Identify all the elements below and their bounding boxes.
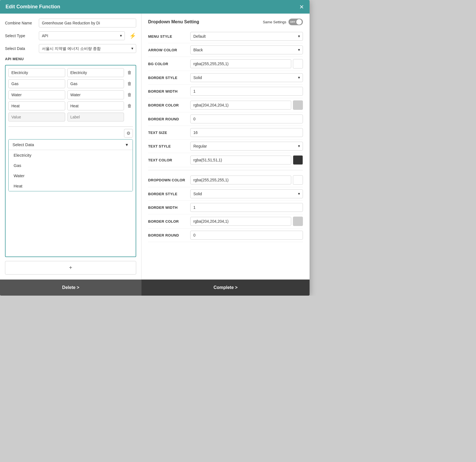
- settings-select-wrapper-border-style-2: Solid ▼: [190, 189, 303, 198]
- settings-control-border-width: [190, 87, 303, 96]
- select-type-row: Select Type API ▼ ⚡: [5, 31, 136, 40]
- api-row-1-col2[interactable]: [67, 68, 124, 77]
- api-row-placeholder-col2[interactable]: [67, 113, 124, 121]
- select-data-wrapper: 서울시 지역별 에너지 소비량 종합 ▼: [39, 44, 136, 53]
- settings-label-border-round: BORDER ROUND: [148, 117, 187, 121]
- delete-button[interactable]: Delete >: [0, 280, 141, 296]
- settings-label-dropdown-color: DROPDOWN COLOR: [148, 178, 187, 182]
- api-row-placeholder-col1[interactable]: [8, 113, 65, 121]
- dropdown-item-water[interactable]: Water: [9, 171, 133, 181]
- settings-input-text-size[interactable]: [190, 128, 303, 137]
- modal-title: Edit Combine Function: [6, 4, 60, 10]
- settings-label-menu-style: MENU STYLE: [148, 34, 187, 39]
- color-swatch-border-color-2[interactable]: [293, 217, 303, 226]
- color-swatch-border-color[interactable]: [293, 100, 303, 110]
- api-row-placeholder: 🗑: [8, 113, 133, 121]
- settings-control-border-style: Solid ▼: [190, 73, 303, 82]
- same-settings-wrapper: Same Settings OFF: [263, 19, 303, 25]
- api-row-1-delete-icon[interactable]: 🗑: [126, 70, 133, 75]
- settings-row-bg-color: BG COLOR: [148, 57, 303, 71]
- api-row-4-col1[interactable]: [8, 101, 65, 110]
- settings-control-bg-color: [190, 59, 303, 68]
- settings-row-border-style-2: BORDER STYLE Solid ▼: [148, 187, 303, 201]
- close-button[interactable]: ✕: [299, 4, 304, 10]
- settings-select-text-style[interactable]: Regular: [190, 142, 303, 151]
- settings-label-text-color: TEXT COLOR: [148, 158, 187, 162]
- settings-input-border-round-2[interactable]: [190, 231, 303, 240]
- select-data-dropdown[interactable]: Select Data ▼ Electricity Gas Water Heat: [8, 139, 133, 191]
- settings-row-border-width-2: BORDER WIDTH: [148, 201, 303, 214]
- settings-select-border-style-2[interactable]: Solid: [190, 189, 303, 198]
- settings-row-menu-style: MENU STYLE Default ▼: [148, 30, 303, 43]
- settings-label-border-color: BORDER COLOR: [148, 103, 187, 107]
- settings-label-border-style: BORDER STYLE: [148, 76, 187, 80]
- settings-select-menu-style[interactable]: Default: [190, 32, 303, 41]
- settings-label-border-width: BORDER WIDTH: [148, 89, 187, 93]
- modal-body: Combine Name Select Type API ▼ ⚡ Select …: [0, 14, 310, 280]
- settings-select-arrow-color[interactable]: Black: [190, 45, 303, 54]
- api-row-4: 🗑: [8, 101, 133, 110]
- api-row-1-col1[interactable]: [8, 68, 65, 77]
- api-row-3-col1[interactable]: [8, 90, 65, 99]
- settings-input-border-width-2[interactable]: [190, 203, 303, 212]
- settings-control-border-round-2: [190, 231, 303, 240]
- api-row-2: 🗑: [8, 79, 133, 88]
- settings-row-arrow-color: ARROW COLOR Black ▼: [148, 43, 303, 57]
- dropdown-header[interactable]: Select Data ▼: [9, 139, 133, 150]
- settings-control-border-style-2: Solid ▼: [190, 189, 303, 198]
- complete-button-label: Complete >: [214, 285, 238, 290]
- dropdown-arrow-icon: ▼: [125, 143, 129, 147]
- color-swatch-dropdown-color[interactable]: [293, 175, 303, 185]
- settings-select-wrapper-menu-style: Default ▼: [190, 32, 303, 41]
- select-type-wrapper: API ▼: [39, 31, 125, 40]
- settings-input-border-width[interactable]: [190, 87, 303, 96]
- settings-control-arrow-color: Black ▼: [190, 45, 303, 54]
- api-row-3-col2[interactable]: [67, 90, 124, 99]
- settings-control-border-color: [190, 100, 303, 110]
- combine-name-input[interactable]: [39, 19, 136, 27]
- select-data-label: Select Data: [5, 46, 36, 51]
- dropdown-item-heat[interactable]: Heat: [9, 181, 133, 191]
- modal-header: Edit Combine Function ✕: [0, 0, 310, 14]
- settings-input-text-color[interactable]: [190, 156, 291, 164]
- api-divider: [8, 126, 133, 127]
- complete-button[interactable]: Complete >: [141, 280, 310, 296]
- api-row-2-col2[interactable]: [67, 79, 124, 88]
- api-row-4-col2[interactable]: [67, 101, 124, 110]
- settings-row-border-round: BORDER ROUND: [148, 112, 303, 126]
- gear-button[interactable]: ⚙: [124, 129, 133, 138]
- right-header: Dropdown Menu Setting Same Settings OFF: [148, 19, 303, 25]
- toggle-knob: [296, 19, 302, 25]
- select-type-select[interactable]: API: [39, 31, 125, 40]
- color-swatch-text-color[interactable]: [293, 155, 303, 165]
- api-row-2-col1[interactable]: [8, 79, 65, 88]
- settings-row-text-size: TEXT SIZE: [148, 126, 303, 139]
- select-data-row: Select Data 서울시 지역별 에너지 소비량 종합 ▼: [5, 44, 136, 53]
- settings-input-border-color-2[interactable]: [190, 217, 291, 226]
- settings-label-border-color-2: BORDER COLOR: [148, 219, 187, 224]
- color-swatch-bg-color[interactable]: [293, 59, 303, 68]
- settings-input-border-round[interactable]: [190, 115, 303, 123]
- select-data-select[interactable]: 서울시 지역별 에너지 소비량 종합: [39, 44, 136, 53]
- same-settings-toggle[interactable]: OFF: [288, 19, 303, 25]
- toggle-off-label: OFF: [290, 21, 295, 23]
- settings-control-dropdown-color: [190, 175, 303, 185]
- dropdown-item-electricity[interactable]: Electricity: [9, 150, 133, 160]
- settings-input-bg-color[interactable]: [190, 59, 291, 68]
- dropdown-item-gas[interactable]: Gas: [9, 160, 133, 171]
- api-row-2-delete-icon[interactable]: 🗑: [126, 81, 133, 86]
- settings-select-wrapper-border-style: Solid ▼: [190, 73, 303, 82]
- settings-select-wrapper-arrow-color: Black ▼: [190, 45, 303, 54]
- settings-select-border-style[interactable]: Solid: [190, 73, 303, 82]
- add-button[interactable]: +: [5, 261, 136, 275]
- settings-input-dropdown-color[interactable]: [190, 176, 291, 184]
- settings-control-text-style: Regular ▼: [190, 142, 303, 151]
- settings-input-border-color[interactable]: [190, 101, 291, 110]
- api-row-4-delete-icon[interactable]: 🗑: [126, 103, 133, 108]
- settings-control-menu-style: Default ▼: [190, 32, 303, 41]
- same-settings-label: Same Settings: [263, 20, 286, 24]
- delete-button-label: Delete >: [62, 285, 79, 290]
- settings-control-border-width-2: [190, 203, 303, 212]
- settings-row-border-round-2: BORDER ROUND: [148, 229, 303, 242]
- api-row-3-delete-icon[interactable]: 🗑: [126, 92, 133, 97]
